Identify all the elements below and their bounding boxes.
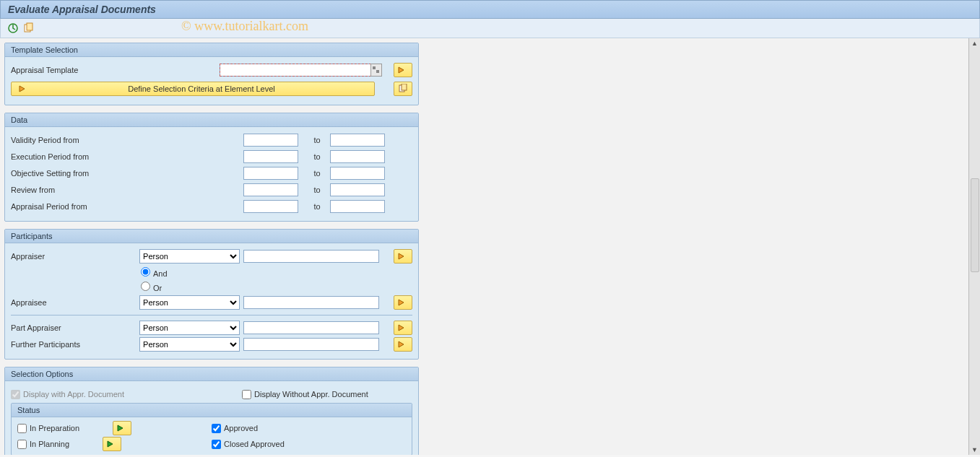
closed-approved-checkbox[interactable]	[212, 440, 221, 449]
display-with-checkbox	[11, 390, 20, 399]
appraisee-type-select[interactable]: Person	[139, 295, 240, 310]
content-area: Template Selection Appraisal Template	[0, 38, 968, 455]
appraiser-label: Appraiser	[11, 252, 139, 261]
further-participants-input[interactable]	[243, 338, 379, 351]
to-label-5: to	[298, 202, 330, 211]
page-title: Evaluate Appraisal Documents	[8, 4, 156, 15]
svg-rect-2	[27, 23, 32, 30]
svg-rect-4	[376, 70, 379, 73]
part-appraiser-type-select[interactable]: Person	[139, 321, 240, 335]
review-to-input[interactable]	[330, 183, 385, 196]
template-multiple-selection-button[interactable]	[394, 63, 412, 77]
to-label-4: to	[298, 186, 330, 194]
status-header: Status	[12, 404, 412, 417]
appraisee-input[interactable]	[243, 296, 379, 309]
execution-from-label: Execution Period from	[11, 152, 243, 161]
appraiser-multi-button[interactable]	[394, 249, 412, 264]
closed-approved-label: Closed Approved	[224, 440, 285, 448]
to-label: to	[298, 136, 330, 144]
and-radio[interactable]	[141, 267, 150, 277]
selection-options-group: Selection Options Display with Appr. Doc…	[4, 367, 419, 455]
in-preparation-label: In Preparation	[30, 424, 79, 432]
get-variant-icon[interactable]	[22, 22, 35, 35]
appraisal-template-label: Appraisal Template	[11, 66, 220, 74]
appraisal-template-input[interactable]	[220, 64, 371, 77]
or-radio-label[interactable]: Or	[141, 282, 162, 292]
selection-options-header: Selection Options	[5, 367, 418, 381]
display-with-label: Display with Appr. Document	[23, 390, 124, 399]
app-toolbar: © www.tutorialkart.com	[0, 19, 980, 38]
validity-from-input[interactable]	[243, 134, 298, 147]
watermark: © www.tutorialkart.com	[181, 19, 308, 34]
divider	[11, 315, 412, 315]
in-planning-checkbox[interactable]	[17, 440, 27, 449]
further-participants-type-select[interactable]: Person	[139, 337, 240, 352]
vertical-scrollbar[interactable]: ▲ ▼	[968, 38, 980, 455]
display-without-label: Display Without Appr. Document	[254, 390, 368, 399]
appraisal-from-input[interactable]	[243, 200, 298, 213]
review-from-input[interactable]	[243, 183, 298, 196]
appraisal-from-label: Appraisal Period from	[11, 202, 243, 211]
execute-icon[interactable]	[6, 22, 19, 35]
status-subgroup: Status In Preparation Approved	[11, 403, 412, 455]
appraiser-input[interactable]	[243, 250, 379, 263]
execution-to-input[interactable]	[330, 150, 385, 163]
svg-rect-6	[402, 84, 407, 90]
or-radio[interactable]	[141, 282, 150, 291]
f4-help-icon[interactable]	[370, 64, 382, 77]
define-selection-criteria-label: Define Selection Criteria at Element Lev…	[36, 84, 367, 93]
part-appraiser-label: Part Appraiser	[11, 323, 139, 332]
template-selection-group: Template Selection Appraisal Template	[4, 43, 419, 105]
data-group: Data Validity Period from to Execution P…	[4, 113, 419, 222]
scroll-grip[interactable]	[971, 178, 979, 272]
data-header: Data	[5, 113, 418, 127]
scroll-track[interactable]	[969, 48, 980, 445]
in-planning-multi-button[interactable]	[103, 437, 121, 451]
in-planning-label: In Planning	[30, 440, 69, 448]
further-participants-multi-button[interactable]	[394, 337, 412, 352]
window-title-bar: Evaluate Appraisal Documents	[0, 0, 980, 19]
approved-label: Approved	[224, 424, 258, 432]
objective-from-input[interactable]	[243, 167, 298, 180]
validity-to-input[interactable]	[330, 134, 385, 147]
display-without-checkbox[interactable]	[242, 390, 251, 399]
define-selection-criteria-button[interactable]: Define Selection Criteria at Element Lev…	[11, 82, 375, 96]
validity-from-label: Validity Period from	[11, 136, 243, 144]
in-preparation-checkbox[interactable]	[17, 424, 27, 433]
part-appraiser-multi-button[interactable]	[394, 321, 412, 335]
in-preparation-multi-button[interactable]	[113, 421, 131, 435]
execution-from-input[interactable]	[243, 150, 298, 163]
participants-header: Participants	[5, 230, 418, 243]
template-selection-header: Template Selection	[5, 43, 418, 57]
part-appraiser-input[interactable]	[243, 321, 379, 334]
appraisal-to-input[interactable]	[330, 200, 385, 213]
to-label-2: to	[298, 152, 330, 161]
appraisee-label: Appraisee	[11, 298, 139, 307]
review-from-label: Review from	[11, 186, 243, 194]
scroll-up-icon[interactable]: ▲	[970, 38, 980, 48]
approved-checkbox[interactable]	[212, 424, 221, 433]
appraisee-multi-button[interactable]	[394, 295, 412, 310]
and-radio-label[interactable]: And	[141, 267, 168, 278]
scroll-down-icon[interactable]: ▼	[970, 445, 980, 455]
copy-selection-button[interactable]	[394, 82, 412, 96]
further-participants-label: Further Participants	[11, 340, 139, 349]
objective-from-label: Objective Setting from	[11, 169, 243, 178]
svg-rect-3	[373, 66, 376, 69]
objective-to-input[interactable]	[330, 167, 385, 180]
to-label-3: to	[298, 169, 330, 178]
participants-group: Participants Appraiser Person And Or	[4, 229, 419, 360]
appraiser-type-select[interactable]: Person	[139, 249, 240, 264]
